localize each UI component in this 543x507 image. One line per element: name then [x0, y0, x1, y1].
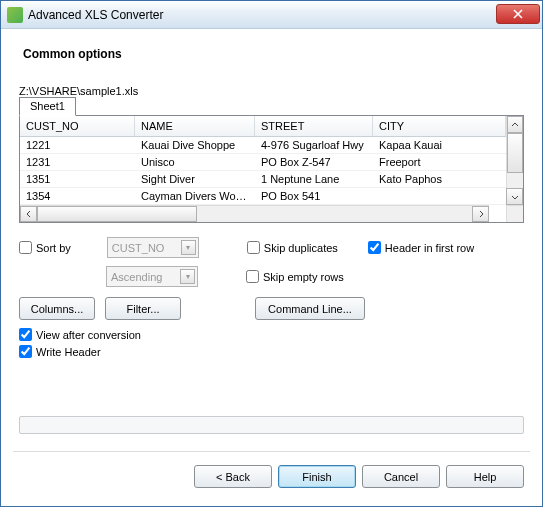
- skip-duplicates-input[interactable]: [247, 241, 260, 254]
- scroll-corner: [506, 205, 523, 222]
- cancel-button[interactable]: Cancel: [362, 465, 440, 488]
- skip-duplicates-checkbox[interactable]: Skip duplicates: [247, 241, 338, 254]
- table-row[interactable]: 1354 Cayman Divers Worl... PO Box 541: [20, 188, 506, 205]
- view-after-checkbox[interactable]: View after conversion: [19, 328, 518, 341]
- scroll-up-icon[interactable]: [507, 116, 523, 133]
- help-button[interactable]: Help: [446, 465, 524, 488]
- table-row[interactable]: 1231 Unisco PO Box Z-547 Freeport: [20, 154, 506, 171]
- write-header-checkbox[interactable]: Write Header: [19, 345, 518, 358]
- columns-button[interactable]: Columns...: [19, 297, 95, 320]
- sort-by-label: Sort by: [36, 242, 71, 254]
- file-path: Z:\VSHARE\sample1.xls: [19, 85, 524, 97]
- skip-empty-input[interactable]: [246, 270, 259, 283]
- grid-header-row: CUST_NO NAME STREET CITY: [20, 116, 506, 137]
- status-bar: [19, 416, 524, 434]
- sort-column-dropdown[interactable]: CUST_NO ▾: [107, 237, 199, 258]
- cell: [373, 188, 506, 204]
- col-header[interactable]: NAME: [135, 116, 255, 136]
- cell: PO Box 541: [255, 188, 373, 204]
- filter-button[interactable]: Filter...: [105, 297, 181, 320]
- cell: Kauai Dive Shoppe: [135, 137, 255, 153]
- cell: 1221: [20, 137, 135, 153]
- separator: [13, 451, 530, 452]
- table-row[interactable]: 1351 Sight Diver 1 Neptune Lane Kato Pap…: [20, 171, 506, 188]
- cell: Cayman Divers Worl...: [135, 188, 255, 204]
- write-header-label: Write Header: [36, 346, 101, 358]
- grid-body: 1221 Kauai Dive Shoppe 4-976 Sugarloaf H…: [20, 137, 506, 205]
- sheet-tabs: Sheet1 CUST_NO NAME STREET CITY 1221 Kau…: [19, 115, 524, 223]
- sort-column-value: CUST_NO: [112, 242, 165, 254]
- page-title: Common options: [23, 47, 524, 61]
- dialog-button-row: < Back Finish Cancel Help: [194, 465, 524, 488]
- close-button[interactable]: [496, 4, 540, 24]
- command-line-button[interactable]: Command Line...: [255, 297, 365, 320]
- scroll-thumb[interactable]: [507, 133, 523, 173]
- col-header[interactable]: CUST_NO: [20, 116, 135, 136]
- sort-order-dropdown[interactable]: Ascending ▾: [106, 266, 198, 287]
- write-header-input[interactable]: [19, 345, 32, 358]
- cell: Kapaa Kauai: [373, 137, 506, 153]
- app-icon: [7, 7, 23, 23]
- sort-by-checkbox[interactable]: Sort by: [19, 241, 71, 254]
- header-first-row-input[interactable]: [368, 241, 381, 254]
- col-header[interactable]: CITY: [373, 116, 506, 136]
- skip-empty-checkbox[interactable]: Skip empty rows: [246, 270, 344, 283]
- sort-by-input[interactable]: [19, 241, 32, 254]
- col-header[interactable]: STREET: [255, 116, 373, 136]
- scroll-down-icon[interactable]: [506, 188, 523, 205]
- cell: PO Box Z-547: [255, 154, 373, 170]
- header-first-row-label: Header in first row: [385, 242, 474, 254]
- scroll-right-icon[interactable]: [472, 206, 489, 222]
- tab-sheet1[interactable]: Sheet1: [19, 97, 76, 116]
- sort-order-value: Ascending: [111, 271, 162, 283]
- finish-button[interactable]: Finish: [278, 465, 356, 488]
- scroll-thumb[interactable]: [37, 206, 197, 222]
- app-window: Advanced XLS Converter Common options Z:…: [0, 0, 543, 507]
- chevron-down-icon: ▾: [181, 240, 196, 255]
- skip-duplicates-label: Skip duplicates: [264, 242, 338, 254]
- data-grid[interactable]: CUST_NO NAME STREET CITY 1221 Kauai Dive…: [20, 116, 523, 222]
- cell: Sight Diver: [135, 171, 255, 187]
- content-area: Common options Z:\VSHARE\sample1.xls She…: [1, 29, 542, 370]
- cell: Freeport: [373, 154, 506, 170]
- options-panel: Sort by CUST_NO ▾ Skip duplicates Header…: [19, 237, 524, 358]
- view-after-label: View after conversion: [36, 329, 141, 341]
- scroll-left-icon[interactable]: [20, 206, 37, 222]
- skip-empty-label: Skip empty rows: [263, 271, 344, 283]
- titlebar[interactable]: Advanced XLS Converter: [1, 1, 542, 29]
- back-button[interactable]: < Back: [194, 465, 272, 488]
- table-row[interactable]: 1221 Kauai Dive Shoppe 4-976 Sugarloaf H…: [20, 137, 506, 154]
- close-icon: [513, 9, 523, 19]
- cell: Unisco: [135, 154, 255, 170]
- view-after-input[interactable]: [19, 328, 32, 341]
- cell: 1231: [20, 154, 135, 170]
- chevron-down-icon: ▾: [180, 269, 195, 284]
- cell: 4-976 Sugarloaf Hwy: [255, 137, 373, 153]
- cell: 1 Neptune Lane: [255, 171, 373, 187]
- header-first-row-checkbox[interactable]: Header in first row: [368, 241, 474, 254]
- horizontal-scrollbar[interactable]: [20, 205, 489, 222]
- cell: 1351: [20, 171, 135, 187]
- window-title: Advanced XLS Converter: [28, 8, 496, 22]
- cell: Kato Paphos: [373, 171, 506, 187]
- cell: 1354: [20, 188, 135, 204]
